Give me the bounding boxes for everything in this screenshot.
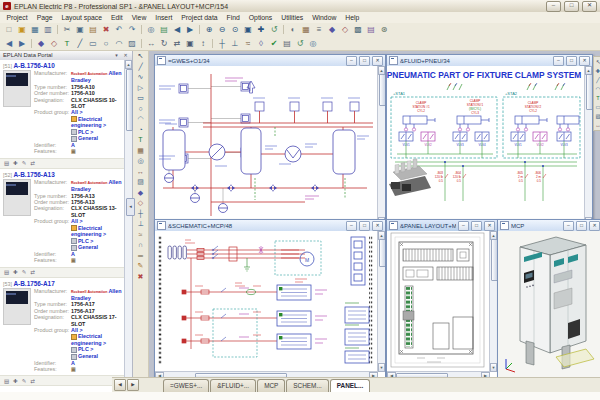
scroll-thumb[interactable] [126, 69, 133, 131]
connection-symbol-icon[interactable]: ┼ [216, 38, 228, 49]
child-minimize-icon[interactable]: – [553, 56, 564, 66]
portal-scrollbar[interactable]: ▲ ▼ [124, 60, 132, 392]
menu-project-data[interactable]: Project data [177, 14, 222, 21]
product-group-link[interactable]: General [78, 353, 98, 359]
scroll-down-icon[interactable]: ▼ [378, 363, 385, 372]
zoom-in-icon[interactable]: ⊕ [203, 24, 215, 35]
select-icon[interactable]: ↖ [595, 58, 600, 66]
part-number-link[interactable]: A-B.1756-A13 [14, 171, 55, 178]
graphical-preview-icon[interactable]: ◐ [287, 24, 299, 35]
part-thumbnail[interactable] [3, 70, 31, 107]
pneu-vscrollbar[interactable]: ▲ ▼ [584, 66, 592, 226]
part-number-link[interactable]: A-B.1756-A10 [14, 62, 55, 69]
edit-part-icon[interactable]: ✎ [22, 378, 27, 384]
schematic-drawing[interactable]: M [155, 231, 376, 371]
arc-icon[interactable]: ◠ [135, 114, 147, 125]
layers-icon[interactable]: ▤ [365, 24, 377, 35]
menu-insert[interactable]: Insert [151, 14, 177, 21]
panel-layout-drawing[interactable] [387, 231, 488, 371]
compare-part-icon[interactable]: ⇄ [30, 269, 35, 275]
page-tab-5[interactable]: PANEL... [330, 379, 371, 392]
scroll-down-icon[interactable]: ▼ [490, 363, 497, 372]
child-restore-icon[interactable]: □ [359, 56, 370, 66]
insert-hatch-icon[interactable]: ▨ [126, 38, 138, 49]
product-group-link[interactable]: All > [71, 109, 83, 115]
next-page-icon[interactable]: ▶ [184, 24, 196, 35]
maximize-button[interactable]: □ [564, 1, 579, 12]
previous-page-icon[interactable]: ◀ [171, 24, 183, 35]
edit-icon[interactable]: ✎ [135, 261, 147, 272]
features-icon[interactable]: ▣ [71, 257, 76, 263]
menu-utilities[interactable]: Utilities [277, 14, 308, 21]
terminal-strip-icon[interactable]: ⊥ [135, 219, 147, 230]
selection-icon[interactable]: ↖ [135, 51, 147, 62]
gwes-vscrollbar[interactable]: ▲ ▼ [377, 66, 385, 226]
cable-definition-icon[interactable]: ≈ [242, 38, 254, 49]
window-schematic[interactable]: &SCHEMATIC+MCP/48 – □ ✕ [154, 219, 386, 378]
features-icon[interactable]: ▣ [71, 148, 76, 154]
properties-icon[interactable]: ▩ [352, 24, 364, 35]
child-close-icon[interactable]: ✕ [372, 56, 383, 66]
edit-part-icon[interactable]: ✎ [22, 160, 27, 166]
pan-icon[interactable]: ✚ [255, 24, 267, 35]
part-number-link[interactable]: A-B.1756-A17 [14, 280, 55, 287]
draw-line-icon[interactable]: ╱ [595, 76, 600, 84]
macro-icon[interactable]: ◇ [135, 198, 147, 209]
redraw-icon[interactable]: ↺ [268, 24, 280, 35]
menu-page[interactable]: Page [32, 14, 57, 21]
product-group-link[interactable]: PLC > [78, 129, 93, 135]
menu-view[interactable]: View [127, 14, 151, 21]
hatch-icon[interactable]: ▨ [135, 177, 147, 188]
window-pneu[interactable]: &FLUID+PNEU/34 – □ ✕ PNEUMATIC PART OF F… [386, 54, 593, 234]
symbol-icon[interactable]: ◆ [135, 188, 147, 199]
symbol-selection-icon[interactable]: ◆ [326, 24, 338, 35]
shield-icon[interactable]: ∩ [135, 240, 147, 251]
find-icon[interactable]: ◎ [145, 24, 157, 35]
redo-icon[interactable]: ↷ [126, 24, 138, 35]
cable-icon[interactable]: ≈ [135, 230, 147, 241]
new-page-icon[interactable]: □ [3, 24, 15, 35]
device-navigator-icon[interactable]: ▦ [300, 24, 312, 35]
page-tab-3[interactable]: MCP [257, 379, 285, 392]
child-minimize-icon[interactable]: – [346, 221, 357, 231]
child-close-icon[interactable]: ✕ [579, 56, 590, 66]
menu-project[interactable]: Project [2, 14, 32, 21]
snap-icon[interactable]: ✚ [595, 67, 600, 75]
window-macro-icon[interactable]: ◇ [339, 24, 351, 35]
product-group-link[interactable]: PLC > [78, 238, 93, 244]
child-close-icon[interactable]: ✕ [484, 221, 495, 231]
stretch-icon[interactable]: ↕ [197, 38, 209, 49]
insert-symbol-icon[interactable]: ◆ [35, 38, 47, 49]
compare-part-icon[interactable]: ⇄ [30, 378, 35, 384]
insert-text-icon[interactable]: T [61, 38, 73, 49]
product-group-link[interactable]: All > [71, 218, 83, 224]
parts-database-icon[interactable]: ≡ [313, 24, 325, 35]
insert-part-icon[interactable]: ✚ [13, 269, 18, 275]
product-group-link[interactable]: All > [71, 327, 83, 333]
place-hatch-icon[interactable]: ▨ [595, 112, 600, 120]
check-project-icon[interactable]: ✔ [268, 38, 280, 49]
page-tab-2[interactable]: &FLUID+... [210, 379, 256, 392]
update-project-icon[interactable]: ↺ [294, 38, 306, 49]
open-project-icon[interactable]: ▣ [16, 24, 28, 35]
child-restore-icon[interactable]: □ [359, 221, 370, 231]
pneumatic-drawing[interactable]: PNEUMATIC PART OF FIXTURE CLAMP SYSTEM +… [387, 66, 583, 225]
scroll-thumb[interactable] [379, 74, 386, 106]
add-part-icon[interactable]: ▤ [4, 378, 9, 384]
child-minimize-icon[interactable]: – [346, 56, 357, 66]
cabinet-3d-view[interactable] [498, 231, 600, 378]
insert-rectangle-icon[interactable]: ▭ [87, 38, 99, 49]
interruption-point-icon[interactable]: ◊ [255, 38, 267, 49]
place-text-icon[interactable]: T [595, 94, 600, 102]
busbar-icon[interactable]: ═ [135, 251, 147, 262]
insert-part-icon[interactable]: ✚ [13, 378, 18, 384]
child-restore-icon[interactable]: □ [471, 221, 482, 231]
hyperlink-icon[interactable]: ◎ [135, 156, 147, 167]
settings-icon[interactable]: ⊛ [378, 24, 390, 35]
mirror-icon[interactable]: ⇄ [171, 38, 183, 49]
zoom-out-icon[interactable]: ⊖ [216, 24, 228, 35]
edit-part-icon[interactable]: ✎ [22, 269, 27, 275]
part-thumbnail[interactable] [3, 288, 31, 325]
menu-layout-space[interactable]: Layout space [57, 14, 106, 21]
polygon-icon[interactable]: ▷ [135, 83, 147, 94]
